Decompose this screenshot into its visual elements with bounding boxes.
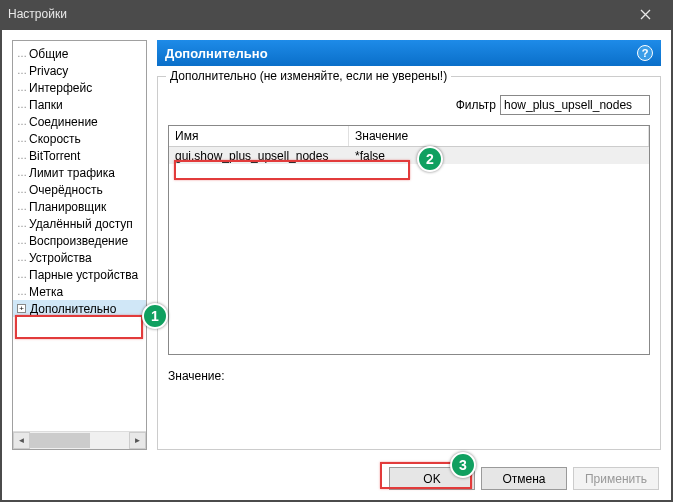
settings-tree[interactable]: …Общие…Privacy…Интерфейс…Папки…Соединени… bbox=[13, 41, 146, 431]
sidebar-item-label: Privacy bbox=[29, 64, 68, 78]
annotation-badge-3: 3 bbox=[450, 452, 476, 478]
tree-connector-icon: … bbox=[17, 167, 29, 178]
table-row[interactable]: gui.show_plus_upsell_nodes *false bbox=[169, 147, 649, 164]
sidebar-item-label: Интерфейс bbox=[29, 81, 92, 95]
annotation-badge-2: 2 bbox=[417, 146, 443, 172]
cancel-button[interactable]: Отмена bbox=[481, 467, 567, 490]
sidebar-item-label: Парные устройства bbox=[29, 268, 138, 282]
filter-label: Фильтр bbox=[456, 98, 496, 112]
tree-connector-icon: … bbox=[17, 116, 29, 127]
apply-button: Применить bbox=[573, 467, 659, 490]
tree-connector-icon: … bbox=[17, 269, 29, 280]
sidebar-item-label: Планировщик bbox=[29, 200, 106, 214]
close-icon bbox=[640, 9, 651, 20]
column-header-value[interactable]: Значение bbox=[349, 126, 649, 146]
sidebar-item-label: Устройства bbox=[29, 251, 92, 265]
sidebar-item-label: Очерёдность bbox=[29, 183, 103, 197]
horizontal-scrollbar[interactable]: ◄ ► bbox=[13, 431, 146, 449]
tree-connector-icon: … bbox=[17, 82, 29, 93]
tree-connector-icon: … bbox=[17, 235, 29, 246]
sidebar-item-label: Лимит трафика bbox=[29, 166, 115, 180]
settings-table[interactable]: Имя Значение gui.show_plus_upsell_nodes … bbox=[168, 125, 650, 355]
tree-connector-icon: … bbox=[17, 48, 29, 59]
cell-name: gui.show_plus_upsell_nodes bbox=[169, 149, 349, 163]
sidebar-item-label: BitTorrent bbox=[29, 149, 80, 163]
help-icon[interactable]: ? bbox=[637, 45, 653, 61]
window-title: Настройки bbox=[8, 7, 67, 21]
sidebar-item[interactable]: …Интерфейс bbox=[13, 79, 146, 96]
expand-icon[interactable]: + bbox=[17, 304, 26, 313]
tree-connector-icon: … bbox=[17, 150, 29, 161]
filter-input[interactable] bbox=[500, 95, 650, 115]
sidebar-item[interactable]: …Privacy bbox=[13, 62, 146, 79]
sidebar-item[interactable]: …Соединение bbox=[13, 113, 146, 130]
sidebar-item-label: Общие bbox=[29, 47, 68, 61]
tree-connector-icon: … bbox=[17, 184, 29, 195]
tree-connector-icon: … bbox=[17, 218, 29, 229]
sidebar-item-label: Воспроизведение bbox=[29, 234, 128, 248]
tree-connector-icon: … bbox=[17, 286, 29, 297]
scrollbar-thumb[interactable] bbox=[30, 433, 90, 448]
scroll-right-icon[interactable]: ► bbox=[129, 432, 146, 449]
annotation-badge-1: 1 bbox=[142, 303, 168, 329]
sidebar-item[interactable]: …Парные устройства bbox=[13, 266, 146, 283]
sidebar-item[interactable]: …Лимит трафика bbox=[13, 164, 146, 181]
sidebar-item[interactable]: …Очерёдность bbox=[13, 181, 146, 198]
title-bar: Настройки bbox=[0, 0, 673, 28]
sidebar-item-label: Соединение bbox=[29, 115, 98, 129]
groupbox-title: Дополнительно (не изменяйте, если не уве… bbox=[166, 69, 451, 83]
panel-header: Дополнительно ? bbox=[157, 40, 661, 66]
panel-title: Дополнительно bbox=[165, 46, 268, 61]
tree-connector-icon: … bbox=[17, 252, 29, 263]
sidebar-item[interactable]: …Устройства bbox=[13, 249, 146, 266]
tree-connector-icon: … bbox=[17, 133, 29, 144]
scroll-left-icon[interactable]: ◄ bbox=[13, 432, 30, 449]
sidebar-item[interactable]: …Удалённый доступ bbox=[13, 215, 146, 232]
tree-connector-icon: … bbox=[17, 99, 29, 110]
sidebar-item-label: Метка bbox=[29, 285, 63, 299]
sidebar-item[interactable]: …Папки bbox=[13, 96, 146, 113]
sidebar-item-label: Дополнительно bbox=[30, 302, 116, 316]
sidebar-item[interactable]: +Дополнительно bbox=[13, 300, 146, 317]
sidebar-item[interactable]: …Метка bbox=[13, 283, 146, 300]
value-label: Значение: bbox=[168, 369, 225, 383]
sidebar-item-label: Скорость bbox=[29, 132, 81, 146]
sidebar: …Общие…Privacy…Интерфейс…Папки…Соединени… bbox=[12, 40, 147, 450]
sidebar-item[interactable]: …Воспроизведение bbox=[13, 232, 146, 249]
sidebar-item[interactable]: …Общие bbox=[13, 45, 146, 62]
column-header-name[interactable]: Имя bbox=[169, 126, 349, 146]
close-button[interactable] bbox=[625, 0, 665, 28]
sidebar-item-label: Удалённый доступ bbox=[29, 217, 133, 231]
sidebar-item[interactable]: …BitTorrent bbox=[13, 147, 146, 164]
tree-connector-icon: … bbox=[17, 201, 29, 212]
sidebar-item[interactable]: …Скорость bbox=[13, 130, 146, 147]
sidebar-item-label: Папки bbox=[29, 98, 63, 112]
advanced-groupbox: Дополнительно (не изменяйте, если не уве… bbox=[157, 76, 661, 450]
sidebar-item[interactable]: …Планировщик bbox=[13, 198, 146, 215]
cell-value: *false bbox=[349, 149, 649, 163]
tree-connector-icon: … bbox=[17, 65, 29, 76]
